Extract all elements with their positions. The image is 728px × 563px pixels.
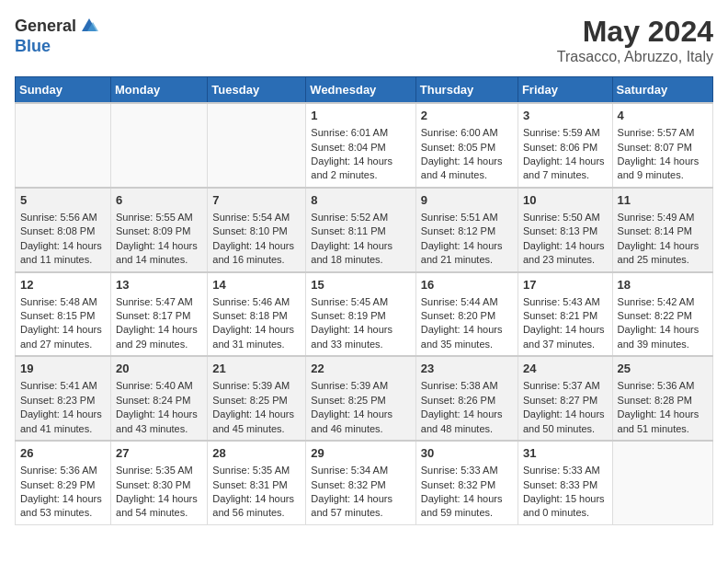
sunrise-text: Sunrise: 5:45 AM bbox=[311, 295, 410, 309]
sunrise-text: Sunrise: 5:37 AM bbox=[523, 379, 608, 393]
sunrise-text: Sunrise: 5:36 AM bbox=[20, 464, 106, 477]
sunrise-text: Sunrise: 5:50 AM bbox=[523, 211, 608, 224]
daylight-text: Daylight: 14 hours and 54 minutes. bbox=[116, 492, 202, 521]
calendar-cell: 15Sunrise: 5:45 AMSunset: 8:19 PMDayligh… bbox=[306, 272, 415, 357]
day-number: 3 bbox=[523, 108, 608, 124]
sunset-text: Sunset: 8:32 PM bbox=[311, 478, 410, 492]
sunrise-text: Sunrise: 5:48 AM bbox=[20, 295, 106, 309]
sunset-text: Sunset: 8:05 PM bbox=[421, 141, 513, 155]
sunrise-text: Sunrise: 5:52 AM bbox=[311, 211, 410, 224]
calendar-cell bbox=[612, 441, 712, 524]
week-row-1: 1Sunrise: 6:01 AMSunset: 8:04 PMDaylight… bbox=[16, 103, 713, 188]
sunset-text: Sunset: 8:26 PM bbox=[421, 394, 513, 408]
sunset-text: Sunset: 8:15 PM bbox=[20, 309, 106, 323]
calendar-cell bbox=[208, 103, 306, 188]
daylight-text: Daylight: 14 hours and 41 minutes. bbox=[20, 408, 106, 436]
weekday-header-monday: Monday bbox=[111, 77, 208, 104]
title-area: May 2024 Trasacco, Abruzzo, Italy bbox=[557, 15, 713, 65]
day-number: 11 bbox=[618, 192, 708, 209]
calendar-cell: 18Sunrise: 5:42 AMSunset: 8:22 PMDayligh… bbox=[612, 272, 712, 357]
week-row-2: 5Sunrise: 5:56 AMSunset: 8:08 PMDaylight… bbox=[16, 188, 713, 272]
daylight-text: Daylight: 14 hours and 7 minutes. bbox=[523, 155, 608, 183]
daylight-text: Daylight: 14 hours and 48 minutes. bbox=[421, 408, 513, 436]
calendar-cell: 24Sunrise: 5:37 AMSunset: 8:27 PMDayligh… bbox=[518, 356, 612, 441]
sunrise-text: Sunrise: 5:44 AM bbox=[421, 295, 513, 309]
day-number: 2 bbox=[421, 108, 513, 124]
calendar-cell: 9Sunrise: 5:51 AMSunset: 8:12 PMDaylight… bbox=[415, 188, 518, 272]
sunset-text: Sunset: 8:19 PM bbox=[311, 309, 410, 323]
daylight-text: Daylight: 14 hours and 16 minutes. bbox=[212, 239, 301, 268]
sunset-text: Sunset: 8:04 PM bbox=[311, 141, 410, 155]
sunrise-text: Sunrise: 5:40 AM bbox=[116, 379, 202, 393]
sunrise-text: Sunrise: 5:59 AM bbox=[523, 126, 608, 140]
day-number: 16 bbox=[421, 277, 513, 293]
daylight-text: Daylight: 14 hours and 27 minutes. bbox=[20, 323, 106, 351]
calendar-cell: 29Sunrise: 5:34 AMSunset: 8:32 PMDayligh… bbox=[306, 441, 415, 524]
calendar-cell: 6Sunrise: 5:55 AMSunset: 8:09 PMDaylight… bbox=[111, 188, 208, 272]
sunset-text: Sunset: 8:09 PM bbox=[116, 224, 202, 238]
day-number: 8 bbox=[311, 192, 410, 209]
sunset-text: Sunset: 8:17 PM bbox=[116, 309, 202, 323]
calendar-cell: 2Sunrise: 6:00 AMSunset: 8:05 PMDaylight… bbox=[415, 103, 518, 188]
sunrise-text: Sunrise: 5:41 AM bbox=[20, 379, 106, 393]
daylight-text: Daylight: 14 hours and 51 minutes. bbox=[618, 408, 708, 436]
calendar-cell: 11Sunrise: 5:49 AMSunset: 8:14 PMDayligh… bbox=[612, 188, 712, 272]
daylight-text: Daylight: 14 hours and 18 minutes. bbox=[311, 239, 410, 268]
sunrise-text: Sunrise: 5:39 AM bbox=[311, 379, 410, 393]
sunset-text: Sunset: 8:08 PM bbox=[20, 224, 106, 238]
calendar-cell: 12Sunrise: 5:48 AMSunset: 8:15 PMDayligh… bbox=[16, 272, 111, 357]
daylight-text: Daylight: 14 hours and 9 minutes. bbox=[618, 155, 708, 183]
day-number: 28 bbox=[212, 445, 301, 462]
day-number: 18 bbox=[618, 277, 708, 293]
sunset-text: Sunset: 8:25 PM bbox=[311, 394, 410, 408]
sunrise-text: Sunrise: 5:33 AM bbox=[523, 464, 608, 477]
sunset-text: Sunset: 8:24 PM bbox=[116, 394, 202, 408]
daylight-text: Daylight: 14 hours and 14 minutes. bbox=[116, 239, 202, 268]
daylight-text: Daylight: 14 hours and 2 minutes. bbox=[311, 155, 410, 183]
weekday-header-sunday: Sunday bbox=[16, 77, 111, 104]
calendar-cell: 14Sunrise: 5:46 AMSunset: 8:18 PMDayligh… bbox=[208, 272, 306, 357]
subtitle: Trasacco, Abruzzo, Italy bbox=[557, 49, 713, 65]
sunset-text: Sunset: 8:20 PM bbox=[421, 309, 513, 323]
calendar-cell: 17Sunrise: 5:43 AMSunset: 8:21 PMDayligh… bbox=[518, 272, 612, 357]
day-number: 31 bbox=[523, 445, 608, 462]
sunrise-text: Sunrise: 5:35 AM bbox=[116, 464, 202, 477]
daylight-text: Daylight: 14 hours and 23 minutes. bbox=[523, 239, 608, 268]
sunrise-text: Sunrise: 5:33 AM bbox=[421, 464, 513, 477]
sunset-text: Sunset: 8:30 PM bbox=[116, 478, 202, 492]
calendar-cell: 3Sunrise: 5:59 AMSunset: 8:06 PMDaylight… bbox=[518, 103, 612, 188]
daylight-text: Daylight: 14 hours and 4 minutes. bbox=[421, 155, 513, 183]
daylight-text: Daylight: 14 hours and 46 minutes. bbox=[311, 408, 410, 436]
daylight-text: Daylight: 14 hours and 29 minutes. bbox=[116, 323, 202, 351]
sunset-text: Sunset: 8:32 PM bbox=[421, 478, 513, 492]
sunrise-text: Sunrise: 5:55 AM bbox=[116, 211, 202, 224]
day-number: 4 bbox=[618, 108, 708, 124]
day-number: 5 bbox=[20, 192, 106, 209]
sunset-text: Sunset: 8:22 PM bbox=[618, 309, 708, 323]
sunrise-text: Sunrise: 5:47 AM bbox=[116, 295, 202, 309]
weekday-header-saturday: Saturday bbox=[612, 77, 712, 104]
day-number: 26 bbox=[20, 445, 106, 462]
daylight-text: Daylight: 14 hours and 25 minutes. bbox=[618, 239, 708, 268]
day-number: 17 bbox=[523, 277, 608, 293]
calendar-cell bbox=[111, 103, 208, 188]
sunset-text: Sunset: 8:27 PM bbox=[523, 394, 608, 408]
calendar-cell: 4Sunrise: 5:57 AMSunset: 8:07 PMDaylight… bbox=[612, 103, 712, 188]
day-number: 12 bbox=[20, 277, 106, 293]
daylight-text: Daylight: 14 hours and 59 minutes. bbox=[421, 492, 513, 521]
calendar-cell: 16Sunrise: 5:44 AMSunset: 8:20 PMDayligh… bbox=[415, 272, 518, 357]
sunrise-text: Sunrise: 5:49 AM bbox=[618, 211, 708, 224]
logo-blue: Blue bbox=[15, 37, 51, 55]
calendar-cell: 23Sunrise: 5:38 AMSunset: 8:26 PMDayligh… bbox=[415, 356, 518, 441]
calendar-cell: 8Sunrise: 5:52 AMSunset: 8:11 PMDaylight… bbox=[306, 188, 415, 272]
logo-general: General bbox=[15, 17, 76, 36]
logo: General Blue bbox=[15, 15, 100, 56]
calendar-cell: 30Sunrise: 5:33 AMSunset: 8:32 PMDayligh… bbox=[415, 441, 518, 524]
sunrise-text: Sunrise: 5:43 AM bbox=[523, 295, 608, 309]
weekday-header-row: SundayMondayTuesdayWednesdayThursdayFrid… bbox=[16, 77, 713, 104]
weekday-header-friday: Friday bbox=[518, 77, 612, 104]
day-number: 19 bbox=[20, 361, 106, 377]
calendar-cell: 5Sunrise: 5:56 AMSunset: 8:08 PMDaylight… bbox=[16, 188, 111, 272]
daylight-text: Daylight: 14 hours and 56 minutes. bbox=[212, 492, 301, 521]
sunset-text: Sunset: 8:31 PM bbox=[212, 478, 301, 492]
